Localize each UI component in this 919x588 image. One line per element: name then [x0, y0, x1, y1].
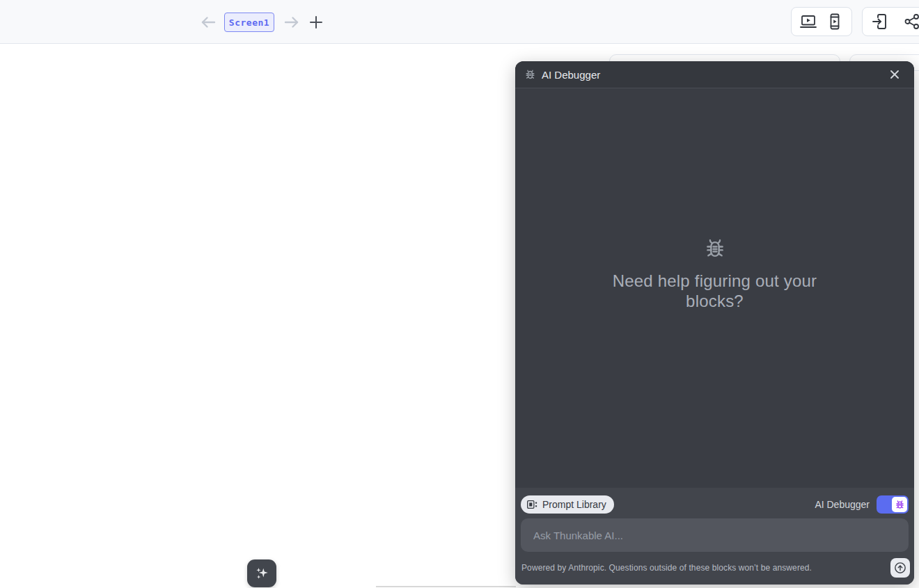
arrow-up-circle-icon — [893, 561, 907, 575]
empty-state: Need help figuring out your blocks? — [611, 237, 819, 312]
ai-debugger-toggle-group: AI Debugger — [815, 495, 909, 514]
composer-footer: Powered by Anthropic. Questions outside … — [521, 558, 909, 578]
panel-close-button[interactable] — [889, 68, 902, 81]
top-bar: Screen1 — [0, 0, 919, 44]
close-icon — [889, 69, 900, 80]
phone-preview-button[interactable] — [826, 13, 844, 31]
preview-button-group — [791, 7, 852, 36]
empty-state-text: Need help figuring out your blocks? — [611, 271, 819, 312]
ask-ai-input[interactable] — [521, 518, 909, 552]
send-button[interactable] — [890, 558, 910, 578]
prompt-library-button[interactable]: Prompt Library — [521, 495, 614, 514]
prompt-library-icon — [526, 499, 537, 510]
phone-download-icon — [871, 13, 889, 31]
live-test-device-button[interactable] — [871, 13, 889, 31]
tab-screen1[interactable]: Screen1 — [224, 13, 274, 32]
ai-debugger-body: Need help figuring out your blocks? — [515, 88, 914, 488]
ai-debugger-panel: AI Debugger Need help figuring out your … — [515, 61, 914, 585]
ai-assistant-fab[interactable] — [247, 559, 276, 587]
sparkles-icon — [254, 566, 269, 581]
ai-debugger-toggle[interactable] — [877, 495, 909, 514]
back-arrow-icon[interactable] — [199, 14, 217, 31]
bug-icon — [524, 69, 536, 81]
toggle-knob — [892, 497, 907, 512]
panel-title: AI Debugger — [542, 69, 600, 81]
bug-icon — [703, 237, 727, 261]
add-screen-button[interactable] — [308, 15, 324, 30]
publish-button-group — [862, 7, 919, 36]
ai-debugger-header: AI Debugger — [515, 61, 914, 88]
canvas-bottom-divider — [376, 586, 516, 587]
composer-toolbar: Prompt Library AI Debugger — [521, 495, 909, 514]
bug-icon — [895, 500, 905, 510]
screen-tab-label: Screen1 — [229, 17, 269, 28]
forward-arrow-icon[interactable] — [283, 14, 301, 31]
prompt-library-label: Prompt Library — [542, 499, 606, 510]
share-icon — [903, 13, 919, 31]
phone-play-icon — [826, 13, 844, 31]
laptop-play-icon — [799, 13, 817, 31]
ai-debugger-toggle-label: AI Debugger — [815, 499, 870, 510]
composer-section: Prompt Library AI Debugger — [515, 488, 914, 585]
web-preview-button[interactable] — [799, 13, 817, 31]
share-button[interactable] — [903, 13, 919, 31]
powered-by-note: Powered by Anthropic. Questions outside … — [521, 563, 812, 573]
